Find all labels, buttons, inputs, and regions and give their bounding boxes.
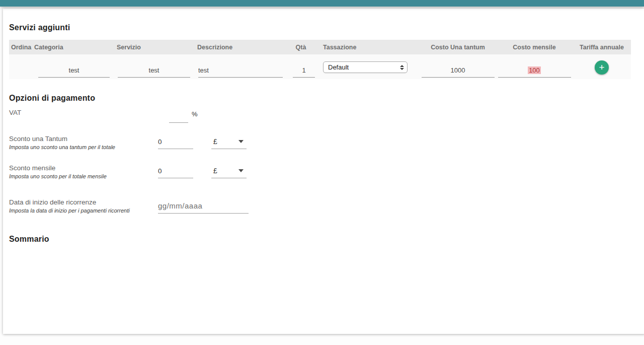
- top-app-bar: [0, 0, 644, 7]
- tassazione-selected-value: Default: [328, 63, 349, 71]
- vat-input[interactable]: [169, 109, 188, 123]
- add-service-button[interactable]: +: [595, 60, 609, 75]
- data-inizio-description: Imposta la data di inizio per i pagament…: [9, 208, 158, 214]
- vat-row: VAT %: [9, 109, 639, 123]
- servizio-input[interactable]: [118, 63, 190, 78]
- costo-una-tantum-input[interactable]: [422, 63, 495, 78]
- costo-mensile-highlighted-value: 100: [528, 66, 541, 74]
- descrizione-input[interactable]: [198, 63, 283, 78]
- section-title-servizi-aggiunti: Servizi aggiunti: [9, 9, 639, 33]
- col-header-tariffa-annuale: Tariffa annuale: [573, 44, 631, 51]
- dropdown-arrow-icon: [238, 140, 244, 143]
- col-header-categoria: Categoria: [34, 44, 114, 51]
- col-header-qta: Qtà: [287, 44, 315, 51]
- data-inizio-label: Data di inizio delle ricorrenze: [9, 198, 158, 206]
- sconto-una-tantum-description: Imposta uno sconto una tantum per il tot…: [9, 144, 158, 150]
- sconto-una-tantum-label: Sconto una Tantum: [9, 135, 158, 143]
- section-title-sommario: Sommario: [9, 234, 639, 244]
- percent-suffix: %: [192, 110, 198, 118]
- sconto-una-tantum-currency-select[interactable]: £: [211, 135, 247, 149]
- qta-input[interactable]: [293, 63, 315, 78]
- currency-symbol: £: [213, 137, 217, 146]
- select-arrows-icon: [400, 65, 404, 70]
- tassazione-select[interactable]: Default: [323, 61, 408, 73]
- content-card: Servizi aggiunti Ordina Categoria Serviz…: [3, 9, 644, 334]
- services-table-header: Ordina Categoria Servizio Descrizione Qt…: [9, 40, 631, 54]
- col-header-ordina: Ordina: [9, 44, 34, 51]
- sconto-mensile-currency-select[interactable]: £: [211, 164, 247, 178]
- sconto-una-tantum-input[interactable]: [158, 135, 193, 149]
- col-header-costo-una-tantum: Costo Una tantum: [420, 44, 496, 51]
- sconto-mensile-description: Imposta uno sconto per il totale mensile: [9, 173, 158, 179]
- data-inizio-input[interactable]: [158, 198, 249, 214]
- plus-icon: +: [599, 61, 604, 74]
- sconto-una-tantum-row: Sconto una Tantum Imposta uno sconto una…: [9, 135, 639, 150]
- vat-label: VAT: [9, 109, 158, 117]
- col-header-costo-mensile: Costo mensile: [496, 44, 573, 51]
- currency-symbol: £: [213, 167, 217, 175]
- categoria-input[interactable]: [38, 63, 110, 78]
- section-title-opzioni-pagamento: Opzioni di pagamento: [9, 93, 639, 103]
- costo-mensile-input[interactable]: 100: [498, 63, 571, 78]
- dropdown-arrow-icon: [238, 169, 244, 172]
- col-header-tassazione: Tassazione: [315, 44, 420, 51]
- sconto-mensile-input[interactable]: [158, 164, 193, 178]
- data-inizio-row: Data di inizio delle ricorrenze Imposta …: [9, 198, 639, 214]
- service-table-row: Default 100 +: [9, 54, 631, 79]
- sconto-mensile-label: Sconto mensile: [9, 164, 158, 172]
- col-header-descrizione: Descrizione: [194, 44, 287, 51]
- sconto-mensile-row: Sconto mensile Imposta uno sconto per il…: [9, 164, 639, 179]
- col-header-servizio: Servizio: [114, 44, 194, 51]
